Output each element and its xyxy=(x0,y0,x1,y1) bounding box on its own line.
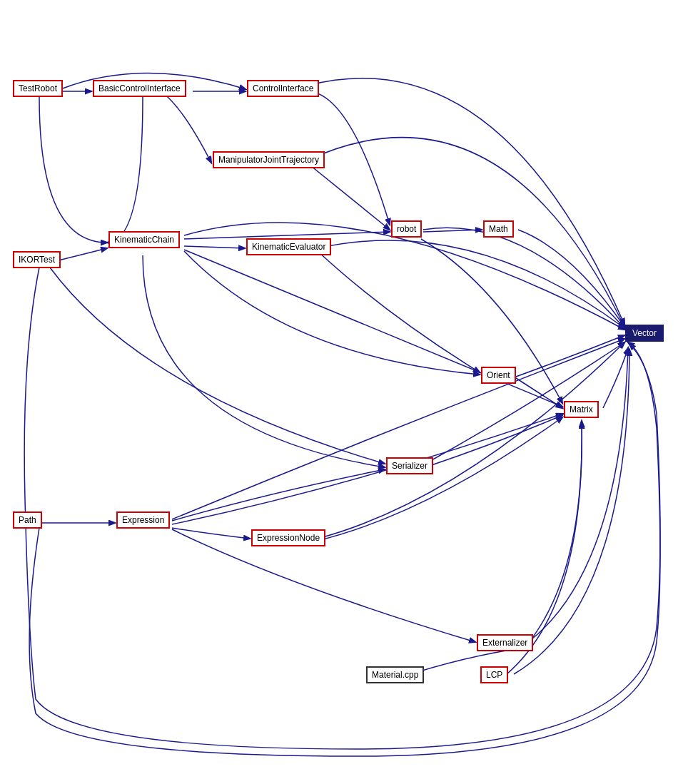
node-expression[interactable]: Expression xyxy=(116,511,170,529)
node-controlinterface[interactable]: ControlInterface xyxy=(247,80,319,97)
node-basiccontrolinterface[interactable]: BasicControlInterface xyxy=(93,80,186,97)
node-lcp[interactable]: LCP xyxy=(480,666,508,683)
node-math[interactable]: Math xyxy=(483,220,514,238)
node-path[interactable]: Path xyxy=(13,511,42,529)
node-kinematicevaluator[interactable]: KinematicEvaluator xyxy=(246,238,331,255)
graph-container: TestRobot BasicControlInterface ControlI… xyxy=(0,0,678,784)
node-orient[interactable]: Orient xyxy=(481,367,516,384)
node-ikortest[interactable]: IKORTest xyxy=(13,251,61,268)
node-externalizer[interactable]: Externalizer xyxy=(477,634,533,651)
node-manipulatorjointtrajectory[interactable]: ManipulatorJointTrajectory xyxy=(213,151,325,168)
node-serializer[interactable]: Serializer xyxy=(386,457,433,474)
node-matrix[interactable]: Matrix xyxy=(564,401,599,418)
node-vector[interactable]: Vector xyxy=(625,325,664,342)
node-testrobot[interactable]: TestRobot xyxy=(13,80,63,97)
node-expressionnode[interactable]: ExpressionNode xyxy=(251,529,325,546)
node-kinematicchain[interactable]: KinematicChain xyxy=(108,231,180,248)
edges-svg xyxy=(0,0,678,784)
node-materialcpp[interactable]: Material.cpp xyxy=(366,666,424,683)
node-robot[interactable]: robot xyxy=(391,220,422,238)
